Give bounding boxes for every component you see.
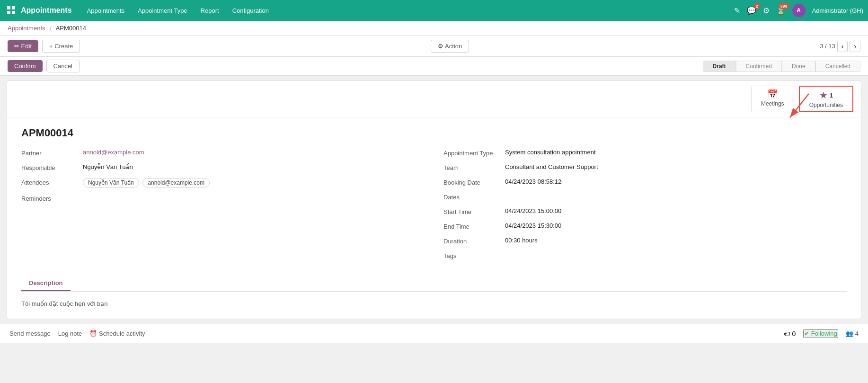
partner-label: Partner [21,149,83,157]
menu-configuration[interactable]: Configuration [227,5,275,16]
attendee-tag-1[interactable]: Nguyễn Văn Tuấn [83,178,139,187]
meetings-smart-button[interactable]: 📅 Meetings [751,86,794,112]
breadcrumb-current: APM00014 [56,25,86,32]
form-left-column: Partner annold@example.com Responsible N… [21,149,425,266]
people-icon: 👥 [846,330,853,337]
send-message-button[interactable]: Send message [9,330,51,337]
tab-bar: Description [21,276,847,292]
booking-date-value: 04/24/2023 08:58:12 [505,178,847,185]
status-pipeline: Draft Confirmed Done Cancelled [703,61,860,72]
responsible-label: Responsible [21,163,83,171]
svg-rect-1 [12,6,15,9]
svg-rect-3 [12,11,15,14]
followers-count: 👥 4 [846,330,859,337]
status-draft[interactable]: Draft [703,61,736,72]
partner-value: annold@example.com [83,149,425,156]
action-button[interactable]: ⚙ Action [431,40,469,53]
settings-icon[interactable]: ⚙ [763,6,770,15]
star-icon: ★ [819,89,828,101]
chat-badge: 2 [754,3,760,9]
partner-field: Partner annold@example.com [21,149,425,157]
start-time-field: Start Time 04/24/2023 15:00:00 [443,207,847,215]
attendee-tag-2[interactable]: annold@example.com [142,178,210,187]
start-time-value: 04/24/2023 15:00:00 [505,207,847,214]
status-cancelled[interactable]: Cancelled [815,61,860,72]
tabs-area: Description Tôi muốn đặt cuộc hẹn với bạ… [7,276,861,319]
confirm-button[interactable]: Confirm [8,60,43,72]
end-time-value: 04/24/2023 15:30:00 [505,222,847,229]
edit-button[interactable]: ✏ Edit [8,40,38,52]
status-bar: Confirm Cancel Draft Confirmed Done Canc… [0,57,868,76]
tag-icon: 🏷 [784,330,790,338]
main-content: 📅 Meetings ★ 1 Opportunities APM00014 [7,80,861,319]
avatar[interactable]: A [792,4,806,17]
activity-icon[interactable]: ⏳ 399 [776,6,786,15]
status-done[interactable]: Done [782,61,815,72]
meetings-label: Meetings [761,100,784,107]
create-button[interactable]: + Create [42,40,80,53]
opportunities-smart-button[interactable]: ★ 1 Opportunities [799,86,853,112]
attendees-value: Nguyễn Văn Tuấn annold@example.com [83,178,425,187]
team-field: Team Consultant and Customer Support [443,163,847,171]
breadcrumb-parent[interactable]: Appointments [8,25,45,32]
booking-date-label: Booking Date [443,178,505,186]
dates-label: Dates [443,193,505,201]
partner-link[interactable]: annold@example.com [83,149,144,156]
booking-date-field: Booking Date 04/24/2023 08:58:12 [443,178,847,186]
form-right-column: Appointment Type System consultation app… [443,149,847,266]
notification-bell-icon[interactable]: ✎ [734,6,740,15]
breadcrumb-separator: / [50,25,52,32]
appointment-type-value: System consultation appointment [505,149,847,156]
record-counter: 3 / 13 ‹ › [820,41,860,52]
duration-field: Duration 00:30 hours [443,237,847,245]
duration-value: 00:30 hours [505,237,847,244]
start-time-label: Start Time [443,207,505,215]
attendees-field: Attendees Nguyễn Văn Tuấn annold@example… [21,178,425,187]
team-value: Consultant and Customer Support [505,163,847,170]
status-confirmed[interactable]: Confirmed [736,61,782,72]
following-button[interactable]: ✔ Following [803,329,838,338]
description-content: Tôi muốn đặt cuộc hẹn với bạn [21,298,847,309]
menu-appointment-type[interactable]: Appointment Type [132,5,193,16]
reminders-label: Reminders [21,194,83,202]
tab-description[interactable]: Description [21,276,71,291]
appointment-type-field: Appointment Type System consultation app… [443,149,847,157]
end-time-label: End Time [443,222,505,230]
user-name[interactable]: Administrator (GH) [812,7,863,14]
menu-appointments[interactable]: Appointments [81,5,131,16]
next-record-button[interactable]: › [850,41,860,52]
form-columns: Partner annold@example.com Responsible N… [21,149,847,266]
bottom-right: 🏷 0 ✔ Following 👥 4 [784,329,859,338]
svg-rect-2 [7,11,10,14]
duration-label: Duration [443,237,505,245]
menu-report[interactable]: Report [195,5,225,16]
prev-record-button[interactable]: ‹ [837,41,848,52]
appointment-type-label: Appointment Type [443,149,505,157]
smart-buttons-bar: 📅 Meetings ★ 1 Opportunities [7,81,861,117]
app-title: Appointments [21,6,72,15]
topnav-right: ✎ 💬 2 ⚙ ⏳ 399 A Administrator (GH) [734,4,863,17]
responsible-value: Nguyễn Văn Tuấn [83,163,425,170]
reminders-field: Reminders [21,194,425,202]
grid-icon[interactable] [5,4,18,17]
schedule-activity-button[interactable]: ⏰ Schedule activity [89,330,145,337]
end-time-field: End Time 04/24/2023 15:30:00 [443,222,847,230]
dates-field: Dates [443,193,847,201]
activity-badge: 399 [779,3,789,9]
tags-field: Tags [443,251,847,259]
responsible-field: Responsible Nguyễn Văn Tuấn [21,163,425,171]
bottom-bar: Send message Log note ⏰ Schedule activit… [0,324,868,343]
opportunities-label: Opportunities [809,102,843,108]
top-menu: Appointments Appointment Type Report Con… [81,5,734,16]
toolbar: ✏ Edit + Create ⚙ Action 3 / 13 ‹ › [0,36,868,57]
breadcrumb: Appointments / APM00014 [0,21,868,36]
cancel-button[interactable]: Cancel [46,60,80,72]
team-label: Team [443,163,505,171]
chat-icon[interactable]: 💬 2 [747,6,756,15]
form-area: APM00014 Partner annold@example.com Resp… [7,117,861,276]
log-note-button[interactable]: Log note [58,330,82,337]
opportunities-count: 1 [830,92,833,99]
tags-label: Tags [443,251,505,259]
likes-count: 🏷 0 [784,330,796,338]
svg-rect-0 [7,6,10,9]
